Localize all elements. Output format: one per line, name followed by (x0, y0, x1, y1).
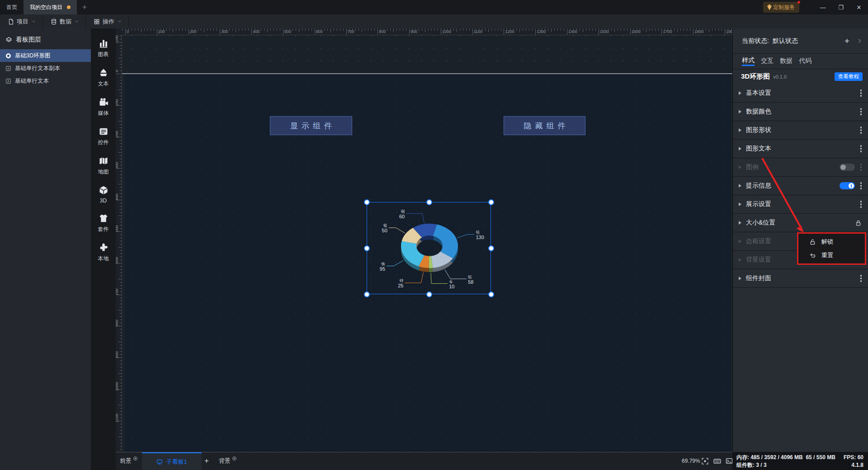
tab-project[interactable]: 我的空白项目 (24, 0, 77, 14)
foreground-button[interactable]: 前景 (120, 452, 138, 470)
layers-panel: 看板图层 基础3D环形图A基础单行文本副本A基础单行文本 (0, 28, 91, 470)
resize-handle[interactable] (364, 199, 370, 205)
tab-home[interactable]: 首页 (0, 0, 24, 14)
keyboard-shortcuts-icon[interactable] (713, 457, 721, 465)
fit-screen-icon[interactable] (701, 457, 709, 465)
expand-caret-icon[interactable] (739, 277, 741, 280)
minimize-button[interactable]: — (814, 0, 832, 14)
expand-caret-icon[interactable] (739, 221, 741, 225)
chevron-down-icon (74, 19, 79, 24)
custom-service-badge[interactable]: 定制服务 (763, 2, 799, 13)
selection-box[interactable] (367, 202, 491, 294)
section-menu-icon[interactable] (860, 275, 862, 282)
expand-caret-icon[interactable] (739, 202, 741, 206)
chevron-right-icon[interactable] (857, 38, 863, 44)
rail-item-widget[interactable]: 控件 (91, 127, 116, 146)
section-label: 数据颜色 (746, 108, 771, 116)
expand-caret-icon[interactable] (739, 128, 741, 132)
context-menu-item-unlock[interactable]: 解锁 (809, 236, 865, 248)
menu-data[interactable]: 数据 (43, 14, 86, 28)
maximize-button[interactable]: ❐ (832, 0, 850, 14)
section-menu-icon[interactable] (860, 127, 862, 134)
svg-text:A: A (7, 79, 9, 83)
media-icon (99, 97, 108, 107)
resize-handle[interactable] (488, 199, 494, 205)
resize-handle[interactable] (364, 245, 370, 251)
resize-handle[interactable] (426, 291, 432, 297)
section-label: 图形形状 (746, 126, 771, 134)
unlock-icon (809, 239, 816, 245)
toggle-on[interactable] (840, 182, 855, 189)
layer-item[interactable]: A基础单行文本副本 (0, 62, 91, 75)
rail-item-brush[interactable]: 文本 (91, 68, 116, 88)
section-menu-icon[interactable] (860, 201, 862, 208)
toggle-off[interactable] (840, 164, 855, 171)
database-icon (51, 19, 57, 25)
expand-caret-icon[interactable] (739, 240, 741, 243)
section-menu-icon[interactable] (860, 164, 862, 171)
section-menu-icon[interactable] (860, 182, 862, 189)
subboard-tab[interactable]: 子看板1 (142, 452, 202, 470)
lock-icon[interactable] (855, 220, 862, 226)
expand-caret-icon[interactable] (739, 184, 741, 188)
expand-caret-icon[interactable] (739, 91, 741, 95)
panel-tab-3[interactable]: 数据 (780, 57, 793, 66)
resize-handle[interactable] (488, 245, 494, 251)
show-component-button[interactable]: 显示组件 (270, 116, 352, 135)
tutorial-button[interactable]: 查看教程 (835, 72, 863, 81)
section-基本设置[interactable]: 基本设置 (733, 84, 868, 103)
add-foreground-icon[interactable] (133, 456, 138, 461)
rail-item-media[interactable]: 媒体 (91, 97, 116, 117)
close-button[interactable]: ✕ (850, 0, 868, 14)
gem-icon (766, 4, 773, 11)
section-展示设置[interactable]: 展示设置 (733, 195, 868, 214)
background-button[interactable]: 背景 (219, 452, 237, 470)
brush-icon (99, 68, 108, 78)
state-value[interactable]: 默认状态 (773, 37, 798, 45)
expand-caret-icon[interactable] (739, 147, 741, 150)
rail-item-cube[interactable]: 3D (91, 185, 116, 204)
map-icon (99, 156, 108, 166)
layer-item[interactable]: A基础单行文本 (0, 75, 91, 87)
layers-icon (5, 37, 12, 43)
expand-caret-icon[interactable] (739, 110, 741, 113)
layer-item[interactable]: 基础3D环形图 (0, 49, 91, 62)
section-图形形状[interactable]: 图形形状 (733, 121, 868, 140)
ruler-corner (116, 28, 122, 35)
section-menu-icon[interactable] (860, 145, 862, 152)
section-提示信息[interactable]: 提示信息 (733, 177, 868, 195)
section-label: 展示设置 (746, 200, 771, 208)
resize-handle[interactable] (426, 199, 432, 205)
terminal-icon[interactable] (726, 457, 733, 465)
section-menu-icon[interactable] (860, 89, 862, 97)
section-图形文本[interactable]: 图形文本 (733, 140, 868, 158)
context-menu-item-reset[interactable]: 重置 (809, 249, 865, 261)
resize-handle[interactable] (364, 291, 370, 297)
context-menu-label: 重置 (821, 251, 833, 259)
panel-tab-1[interactable]: 样式 (742, 56, 755, 66)
section-数据颜色[interactable]: 数据颜色 (733, 103, 868, 121)
horizontal-ruler: 0100200300400500600700800900100011001200… (116, 28, 732, 35)
resize-handle[interactable] (488, 291, 494, 297)
section-图例[interactable]: 图例 (733, 158, 868, 177)
section-menu-icon[interactable] (860, 108, 862, 115)
menu-project[interactable]: 项目 (0, 14, 43, 28)
panel-tab-2[interactable]: 交互 (761, 57, 774, 66)
section-组件封面[interactable]: 组件封面 (733, 269, 868, 288)
add-state-button[interactable]: + (844, 36, 849, 46)
rail-item-shirt[interactable]: 套件 (91, 213, 116, 233)
tab-home-label: 首页 (6, 4, 17, 11)
add-subboard-button[interactable]: + (204, 452, 209, 470)
section-大小&位置[interactable]: 大小&位置 (733, 214, 868, 232)
expand-caret-icon[interactable] (739, 165, 741, 169)
new-tab-button[interactable]: + (77, 3, 92, 12)
panel-tab-4[interactable]: 代码 (799, 57, 811, 66)
expand-caret-icon[interactable] (739, 258, 741, 262)
add-background-icon[interactable] (232, 456, 237, 461)
hide-component-button[interactable]: 隐藏组件 (504, 116, 585, 135)
rail-item-puzzle[interactable]: 本地 (91, 243, 116, 263)
rail-item-chart[interactable]: 图表 (91, 38, 116, 58)
rail-item-map[interactable]: 地图 (91, 156, 116, 176)
menu-ops[interactable]: 操作 (86, 14, 129, 28)
component-title-row: 3D环形图 v0.1.0 查看教程 (733, 69, 868, 84)
